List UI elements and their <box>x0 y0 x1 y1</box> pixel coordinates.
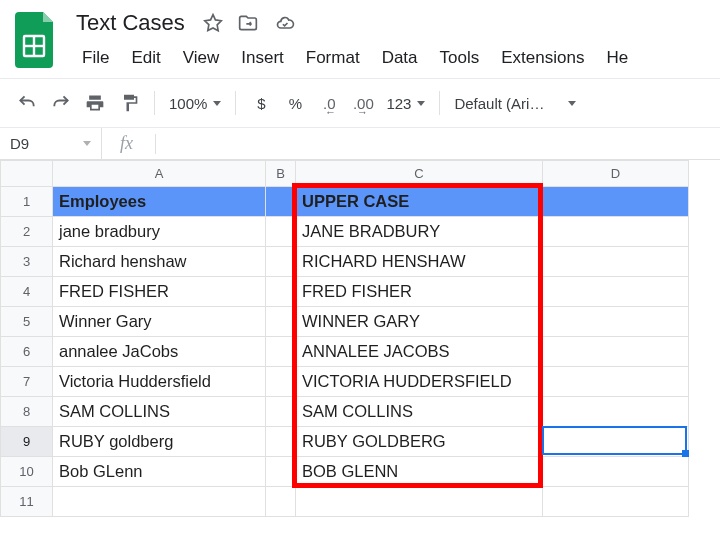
row-header-3[interactable]: 3 <box>1 247 53 277</box>
font-value: Default (Ari… <box>454 95 544 112</box>
cloud-status-icon[interactable] <box>273 13 297 33</box>
cell-A5[interactable]: Winner Gary <box>53 307 266 337</box>
cell-A11[interactable] <box>53 487 266 517</box>
row-header-11[interactable]: 11 <box>1 487 53 517</box>
cell-B7[interactable] <box>266 367 296 397</box>
cell-B5[interactable] <box>266 307 296 337</box>
cell-D10[interactable] <box>543 457 689 487</box>
cell-D3[interactable] <box>543 247 689 277</box>
name-box-value: D9 <box>10 135 29 152</box>
cell-B9[interactable] <box>266 427 296 457</box>
row-header-2[interactable]: 2 <box>1 217 53 247</box>
cell-A2[interactable]: jane bradbury <box>53 217 266 247</box>
row-header-7[interactable]: 7 <box>1 367 53 397</box>
cell-A3[interactable]: Richard henshaw <box>53 247 266 277</box>
name-box[interactable]: D9 <box>0 128 102 159</box>
header: Text Cases File Edit View Insert Format … <box>0 0 720 72</box>
cell-A10[interactable]: Bob GLenn <box>53 457 266 487</box>
number-format-dropdown[interactable]: 123 <box>382 88 429 118</box>
cell-D6[interactable] <box>543 337 689 367</box>
cell-C5[interactable]: WINNER GARY <box>296 307 543 337</box>
cell-B10[interactable] <box>266 457 296 487</box>
undo-button[interactable] <box>12 88 42 118</box>
cell-D5[interactable] <box>543 307 689 337</box>
separator <box>154 91 155 115</box>
zoom-dropdown[interactable]: 100% <box>165 88 225 118</box>
row-header-1[interactable]: 1 <box>1 187 53 217</box>
cell-C9[interactable]: RUBY GOLDBERG <box>296 427 543 457</box>
menu-format[interactable]: Format <box>296 44 370 72</box>
cell-B4[interactable] <box>266 277 296 307</box>
cell-A8[interactable]: SAM COLLINS <box>53 397 266 427</box>
formula-bar-row: D9 fx <box>0 128 720 160</box>
cell-A4[interactable]: FRED FISHER <box>53 277 266 307</box>
cell-A6[interactable]: annalee JaCobs <box>53 337 266 367</box>
cell-A9[interactable]: RUBY goldberg <box>53 427 266 457</box>
zoom-value: 100% <box>169 95 207 112</box>
cell-D1[interactable] <box>543 187 689 217</box>
menu-help[interactable]: He <box>596 44 638 72</box>
fx-icon: fx <box>102 133 155 154</box>
menu-view[interactable]: View <box>173 44 230 72</box>
numfmt-value: 123 <box>386 95 411 112</box>
cell-D11[interactable] <box>543 487 689 517</box>
row-header-10[interactable]: 10 <box>1 457 53 487</box>
cell-C1[interactable]: UPPER CASE <box>296 187 543 217</box>
move-icon[interactable] <box>237 13 259 33</box>
separator <box>439 91 440 115</box>
cell-B1[interactable] <box>266 187 296 217</box>
star-icon[interactable] <box>203 13 223 33</box>
cell-B2[interactable] <box>266 217 296 247</box>
row-header-8[interactable]: 8 <box>1 397 53 427</box>
row-header-9[interactable]: 9 <box>1 427 53 457</box>
cell-C6[interactable]: ANNALEE JACOBS <box>296 337 543 367</box>
currency-button[interactable]: $ <box>246 88 276 118</box>
cell-C8[interactable]: SAM COLLINS <box>296 397 543 427</box>
col-header-A[interactable]: A <box>53 161 266 187</box>
paint-format-button[interactable] <box>114 88 144 118</box>
menu-data[interactable]: Data <box>372 44 428 72</box>
cell-D4[interactable] <box>543 277 689 307</box>
cell-C3[interactable]: RICHARD HENSHAW <box>296 247 543 277</box>
cell-C2[interactable]: JANE BRADBURY <box>296 217 543 247</box>
doc-title[interactable]: Text Cases <box>72 8 189 38</box>
row-header-5[interactable]: 5 <box>1 307 53 337</box>
menu-file[interactable]: File <box>72 44 119 72</box>
cell-C10[interactable]: BOB GLENN <box>296 457 543 487</box>
cell-A1[interactable]: Employees <box>53 187 266 217</box>
cell-C11[interactable] <box>296 487 543 517</box>
cell-B8[interactable] <box>266 397 296 427</box>
cell-C4[interactable]: FRED FISHER <box>296 277 543 307</box>
separator <box>235 91 236 115</box>
menu-tools[interactable]: Tools <box>430 44 490 72</box>
percent-button[interactable]: % <box>280 88 310 118</box>
cell-B6[interactable] <box>266 337 296 367</box>
decrease-decimal-button[interactable]: .0← <box>314 88 344 118</box>
menubar: File Edit View Insert Format Data Tools … <box>72 44 708 72</box>
menu-edit[interactable]: Edit <box>121 44 170 72</box>
sheets-logo[interactable] <box>12 8 60 68</box>
menu-insert[interactable]: Insert <box>231 44 294 72</box>
font-dropdown[interactable]: Default (Ari… <box>450 88 580 118</box>
cell-B3[interactable] <box>266 247 296 277</box>
cell-A7[interactable]: Victoria Huddersfield <box>53 367 266 397</box>
cell-D9[interactable] <box>543 427 689 457</box>
col-header-D[interactable]: D <box>543 161 689 187</box>
row-header-6[interactable]: 6 <box>1 337 53 367</box>
increase-decimal-button[interactable]: .00→ <box>348 88 378 118</box>
redo-button[interactable] <box>46 88 76 118</box>
formula-input[interactable] <box>156 128 720 159</box>
toolbar: 100% $ % .0← .00→ 123 Default (Ari… <box>0 78 720 128</box>
col-header-B[interactable]: B <box>266 161 296 187</box>
menu-extensions[interactable]: Extensions <box>491 44 594 72</box>
cell-C7[interactable]: VICTORIA HUDDERSFIELD <box>296 367 543 397</box>
cell-D2[interactable] <box>543 217 689 247</box>
select-all-corner[interactable] <box>1 161 53 187</box>
cell-D8[interactable] <box>543 397 689 427</box>
cell-B11[interactable] <box>266 487 296 517</box>
col-header-C[interactable]: C <box>296 161 543 187</box>
row-header-4[interactable]: 4 <box>1 277 53 307</box>
cell-D7[interactable] <box>543 367 689 397</box>
spreadsheet-grid[interactable]: ABCD1EmployeesUPPER CASE2jane bradburyJA… <box>0 160 720 517</box>
print-button[interactable] <box>80 88 110 118</box>
